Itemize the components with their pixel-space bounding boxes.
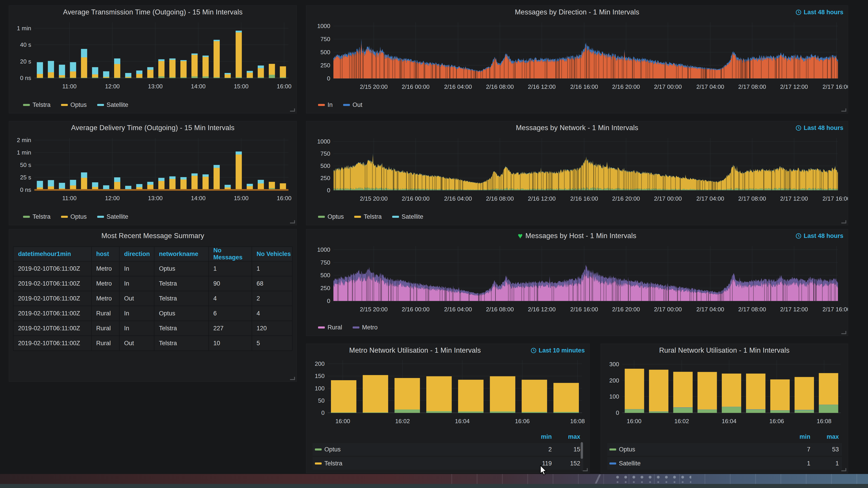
bar-segment-satellite[interactable] bbox=[147, 182, 153, 185]
avg-delivery-chart[interactable]: 11:0012:0013:0014:0015:0016:000 ns25 s50… bbox=[9, 134, 297, 206]
legend-stat-header-min[interactable]: min bbox=[786, 433, 813, 440]
legend-item-out[interactable]: Out bbox=[343, 101, 363, 108]
bar-segment-optus[interactable] bbox=[203, 57, 209, 76]
bar-segment-optus[interactable] bbox=[158, 61, 164, 76]
bar-segment-optus[interactable] bbox=[169, 179, 176, 190]
bar-segment-optus[interactable] bbox=[180, 61, 186, 77]
legend-item-rural[interactable]: Rural bbox=[318, 324, 342, 331]
bar-segment-satellite[interactable] bbox=[214, 40, 220, 41]
messages-by-direction-chart[interactable]: 2/15 20:002/16 00:002/16 04:002/16 08:00… bbox=[306, 19, 848, 95]
scrollbar-thumb[interactable] bbox=[581, 442, 583, 459]
bar-segment-satellite[interactable] bbox=[169, 59, 176, 60]
bar-segment-optus[interactable] bbox=[92, 74, 98, 77]
bar-segment-satellite[interactable] bbox=[180, 60, 186, 61]
table-header-host[interactable]: host bbox=[92, 247, 119, 261]
bar-segment-optus[interactable] bbox=[673, 408, 692, 413]
time-range-badge[interactable]: Last 10 minutes bbox=[530, 347, 585, 354]
table-header-direction[interactable]: direction bbox=[119, 247, 154, 261]
metro-utilisation-chart[interactable]: 16:0016:0216:0416:0616:08050100150200 bbox=[306, 357, 589, 428]
bar-segment-optus[interactable] bbox=[247, 72, 253, 78]
bar-segment-satellite[interactable] bbox=[114, 59, 120, 64]
panel-resize-handle[interactable] bbox=[290, 107, 295, 111]
table-header-no-vehicles[interactable]: No Vehicles bbox=[252, 247, 292, 261]
bar-segment-satellite[interactable] bbox=[247, 184, 253, 186]
bar-segment-satellite[interactable] bbox=[169, 176, 176, 179]
bar-segment-optus[interactable] bbox=[247, 186, 253, 190]
bar-segment-satellite[interactable] bbox=[191, 54, 197, 55]
panel-title[interactable]: Rural Network Utilisation - 1 Min Interv… bbox=[601, 344, 848, 357]
bar-segment-optus[interactable] bbox=[191, 175, 197, 189]
bar-segment-telstra[interactable] bbox=[269, 74, 275, 78]
bar-segment-optus[interactable] bbox=[114, 182, 120, 190]
panel-title[interactable]: Most Recent Message Summary bbox=[9, 229, 297, 242]
bar-segment-telstra[interactable] bbox=[673, 372, 692, 408]
bar-segment-optus[interactable] bbox=[280, 183, 286, 189]
bar-segment-telstra[interactable] bbox=[698, 372, 717, 410]
time-range-badge[interactable]: Last 48 hours bbox=[796, 9, 843, 16]
bar-segment-telstra[interactable] bbox=[795, 377, 814, 410]
bar-segment-optus[interactable] bbox=[280, 66, 286, 77]
legend-stats-row-satellite[interactable]: Satellite11 bbox=[607, 457, 842, 470]
time-range-badge[interactable]: Last 48 hours bbox=[796, 125, 843, 131]
bar-segment-telstra[interactable] bbox=[169, 77, 176, 78]
bar-segment-telstra[interactable] bbox=[214, 77, 220, 78]
legend-item-optus[interactable]: Optus bbox=[318, 213, 344, 220]
legend-item-satellite[interactable]: Satellite bbox=[97, 213, 128, 220]
bar-segment-optus[interactable] bbox=[81, 57, 87, 78]
panel-title[interactable]: Messages by Network - 1 Min Intervals bbox=[306, 121, 848, 134]
legend-item-telstra[interactable]: Telstra bbox=[23, 213, 51, 220]
bar-segment-telstra[interactable] bbox=[625, 369, 644, 409]
bar-segment-satellite[interactable] bbox=[48, 61, 54, 72]
bar-segment-optus[interactable] bbox=[147, 185, 153, 190]
bar-segment-optus[interactable] bbox=[722, 407, 741, 413]
bar-segment-satellite[interactable] bbox=[103, 185, 109, 189]
bar-segment-satellite[interactable] bbox=[236, 31, 242, 33]
bar-segment-optus[interactable] bbox=[649, 412, 669, 413]
bar-segment-optus[interactable] bbox=[698, 410, 717, 413]
bar-segment-satellite[interactable] bbox=[136, 184, 143, 187]
bar-segment-telstra[interactable] bbox=[258, 77, 264, 78]
bar-segment-satellite[interactable] bbox=[125, 73, 131, 77]
panel-title[interactable]: Average Delivery Time (Outgoing) - 15 Mi… bbox=[9, 121, 297, 134]
bar-segment-telstra[interactable] bbox=[553, 383, 579, 412]
panel-title[interactable]: Average Transmission Time (Outgoing) - 1… bbox=[9, 6, 297, 19]
bar-segment-optus[interactable] bbox=[59, 75, 65, 77]
legend-item-satellite[interactable]: Satellite bbox=[392, 213, 423, 220]
bar-segment-satellite[interactable] bbox=[81, 172, 87, 178]
bar-segment-satellite[interactable] bbox=[37, 181, 43, 187]
bar-segment-telstra[interactable] bbox=[203, 76, 209, 78]
bar-segment-satellite[interactable] bbox=[203, 56, 209, 57]
legend-item-satellite[interactable]: Satellite bbox=[97, 101, 128, 108]
bar-segment-optus[interactable] bbox=[258, 68, 264, 77]
bar-segment-satellite[interactable] bbox=[125, 186, 131, 189]
bar-segment-satellite[interactable] bbox=[180, 177, 186, 180]
bar-segment-optus[interactable] bbox=[147, 70, 153, 78]
bar-segment-satellite[interactable] bbox=[114, 177, 120, 182]
bar-segment-satellite[interactable] bbox=[70, 180, 76, 186]
panel-resize-handle[interactable] bbox=[583, 466, 588, 471]
bar-segment-optus[interactable] bbox=[81, 177, 87, 190]
bar-segment-satellite[interactable] bbox=[70, 62, 76, 71]
bar-segment-satellite[interactable] bbox=[92, 182, 98, 187]
bar-segment-optus[interactable] bbox=[158, 181, 164, 189]
bar-segment-satellite[interactable] bbox=[147, 67, 153, 70]
bar-segment-optus[interactable] bbox=[746, 410, 765, 413]
legend-stats-row-optus[interactable]: Optus215 bbox=[313, 443, 583, 456]
bar-segment-telstra[interactable] bbox=[191, 76, 197, 78]
bar-segment-optus[interactable] bbox=[136, 74, 143, 78]
bar-segment-satellite[interactable] bbox=[103, 71, 109, 77]
panel-resize-handle[interactable] bbox=[841, 466, 846, 471]
panel-resize-handle[interactable] bbox=[841, 329, 846, 334]
messages-by-host-chart[interactable]: 2/15 20:002/16 00:002/16 04:002/16 08:00… bbox=[306, 242, 848, 317]
bar-segment-satellite[interactable] bbox=[48, 180, 54, 186]
bar-segment-optus[interactable] bbox=[795, 410, 814, 413]
bar-segment-satellite[interactable] bbox=[203, 174, 209, 177]
avg-transmission-chart[interactable]: 11:0012:0013:0014:0015:0016:000 ns20 s40… bbox=[9, 19, 297, 94]
bar-segment-satellite[interactable] bbox=[214, 165, 220, 168]
bar-segment-optus[interactable] bbox=[191, 55, 197, 76]
panel-title[interactable]: ♥Messages by Host - 1 Min Intervals bbox=[306, 229, 848, 242]
legend-item-optus[interactable]: Optus bbox=[61, 213, 87, 220]
bar-segment-optus[interactable] bbox=[258, 183, 264, 189]
bar-segment-optus[interactable] bbox=[553, 412, 579, 413]
bar-segment-optus[interactable] bbox=[625, 409, 644, 413]
